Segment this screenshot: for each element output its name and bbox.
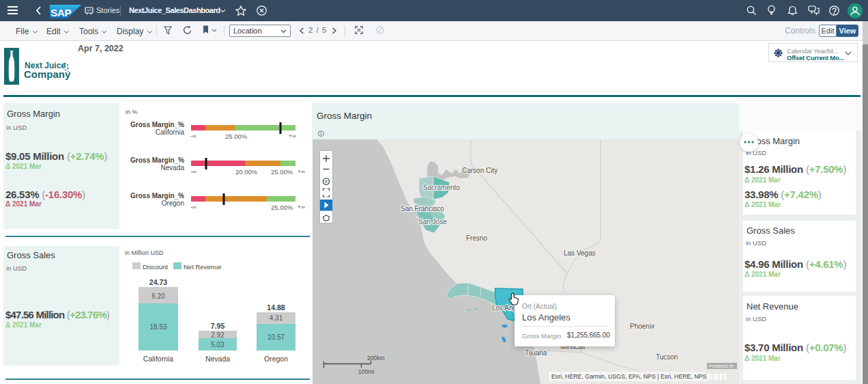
svg-text:San Jose: San Jose	[418, 218, 447, 225]
svg-text:Company: Company	[24, 68, 71, 80]
svg-text:Fresno: Fresno	[466, 234, 488, 242]
svg-text:Las Vegas: Las Vegas	[564, 249, 596, 257]
svg-text:Tijuana: Tijuana	[525, 349, 547, 357]
svg-text:San Francisco: San Francisco	[401, 205, 444, 212]
svg-text:Tucson: Tucson	[656, 353, 678, 361]
svg-text:Sacramento: Sacramento	[423, 184, 460, 191]
svg-text:esri: esri	[706, 370, 727, 383]
svg-text:Carson City: Carson City	[462, 167, 497, 174]
svg-text:Phoenix: Phoenix	[630, 323, 654, 330]
svg-text:Esri, HERE, Garmin, USGS, EPA,: Esri, HERE, Garmin, USGS, EPA, NPS | Esr…	[551, 373, 707, 380]
svg-text:100mi: 100mi	[358, 368, 374, 375]
svg-text:POWERED BY: POWERED BY	[709, 364, 735, 368]
svg-text:200km: 200km	[367, 355, 385, 361]
svg-text:SAP: SAP	[50, 7, 72, 18]
